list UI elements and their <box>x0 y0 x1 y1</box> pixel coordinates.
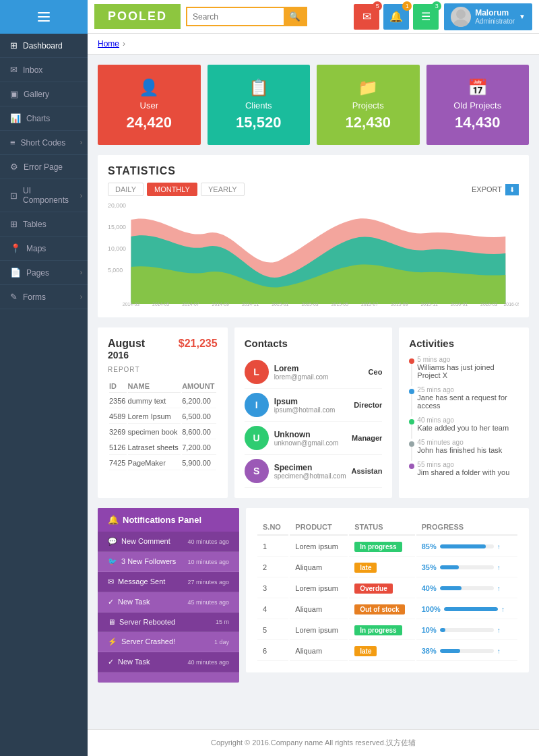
user-menu[interactable]: Malorum Administrator ▼ <box>444 3 532 30</box>
svg-rect-0 <box>38 12 50 13</box>
logo-button[interactable]: POOLED <box>94 4 181 29</box>
maps-icon: 📍 <box>10 243 21 253</box>
search-input[interactable] <box>187 8 284 25</box>
forms-icon: ✎ <box>10 292 18 302</box>
status-badge: late <box>354 563 377 573</box>
tasks-icon-button[interactable]: ☰ 3 <box>413 4 439 30</box>
svg-text:5,000: 5,000 <box>108 267 123 274</box>
sidebar-item-forms[interactable]: ✎ Forms › <box>0 285 88 309</box>
statistics-chart: 20,000 15,000 10,000 5,000 2014-03 2014-… <box>108 199 519 307</box>
sidebar-item-pages[interactable]: 📄 Pages › <box>0 261 88 285</box>
list-item: S Specimen specimen@hotmail.com Assistan <box>245 455 383 488</box>
sidebar-item-gallery[interactable]: ▣ Gallery <box>0 82 88 106</box>
table-row: 4589Lorem Ipsum6,500.00 <box>109 410 216 424</box>
contact-avatar: S <box>245 459 269 483</box>
sidebar-item-errorpage[interactable]: ⚙ Error Page <box>0 155 88 179</box>
notifications-list: 💬New Comment40 minutes ago🐦3 New Followe… <box>98 532 239 672</box>
list-item[interactable]: 💬New Comment40 minutes ago <box>98 532 239 552</box>
svg-text:2014-09: 2014-09 <box>212 302 229 307</box>
svg-text:2015-09: 2015-09 <box>391 302 408 307</box>
tab-yearly[interactable]: YEARLY <box>201 183 245 196</box>
sidebar-item-inbox[interactable]: ✉ Inbox <box>0 58 88 82</box>
table-row: 7425PageMaker5,900.00 <box>109 456 216 470</box>
list-item[interactable]: ⚡Server Crashed!1 day <box>98 632 239 652</box>
search-button[interactable]: 🔍 <box>284 8 306 25</box>
svg-rect-2 <box>38 20 50 22</box>
svg-text:2015-11: 2015-11 <box>421 302 438 307</box>
gallery-icon: ▣ <box>10 89 18 99</box>
tab-daily[interactable]: DAILY <box>108 183 144 196</box>
table-row: 2356dummy text6,200.00 <box>109 394 216 408</box>
progress-bar: 100% ↑ <box>422 605 512 613</box>
svg-text:2015-05: 2015-05 <box>331 302 348 307</box>
header-icons: ✉ 5 🔔 1 ☰ 3 <box>354 4 439 30</box>
report-header: August 2016 $21,235 <box>108 338 218 360</box>
svg-text:20,000: 20,000 <box>108 202 126 209</box>
user-details: Malorum Administrator <box>475 8 515 25</box>
list-item: 40 mins ago Kate added you to her team <box>409 416 519 432</box>
contacts-list: L Lorem lorem@gmail.com Ceo I Ipsum ipsu… <box>245 356 383 488</box>
charts-icon: 📊 <box>10 113 21 123</box>
chevron-right-icon-3: › <box>80 269 82 276</box>
progress-bar: 40% ↑ <box>422 584 512 592</box>
footer: Copyright © 2016.Company name All rights… <box>88 729 539 756</box>
header: POOLED 🔍 ✉ 5 🔔 1 ☰ 3 Malorum <box>88 0 539 34</box>
table-row: 2 Aliquam late 35% ↑ <box>257 558 517 577</box>
activities-list: 5 mins ago Williams has just joined Proj… <box>409 356 519 476</box>
sidebar-item-maps[interactable]: 📍 Maps <box>0 237 88 261</box>
stat-card-user: 👤 User 24,420 <box>98 65 201 145</box>
report-table: ID NAME AMOUNT 2356dummy text6,200.00458… <box>108 379 218 472</box>
table-row: 6 Aliquam late 38% ↑ <box>257 641 517 661</box>
progress-bar: 85% ↑ <box>422 542 512 550</box>
svg-text:2015-01: 2015-01 <box>272 302 288 307</box>
progress-bar: 10% ↑ <box>422 626 512 634</box>
sidebar-item-charts[interactable]: 📊 Charts <box>0 106 88 131</box>
list-item[interactable]: 🖥Server Rebooted15 m <box>98 612 239 632</box>
search-box: 🔍 <box>186 7 307 26</box>
clients-card-icon: 📋 <box>249 78 269 97</box>
list-item[interactable]: ✓New Task45 minutes ago <box>98 592 239 612</box>
list-item[interactable]: ✓New Task40 minutes ago <box>98 652 239 672</box>
svg-text:2016-03: 2016-03 <box>480 302 497 307</box>
bell-icon-button[interactable]: 🔔 1 <box>383 4 409 30</box>
breadcrumb-home[interactable]: Home <box>98 39 119 49</box>
svg-text:2016-05: 2016-05 <box>504 302 519 307</box>
sidebar-item-shortcodes[interactable]: ≡ Short Codes › <box>0 131 88 155</box>
breadcrumb: Home › <box>88 34 539 55</box>
svg-text:2015-03: 2015-03 <box>301 302 318 307</box>
tab-monthly[interactable]: MONTHLY <box>147 183 197 196</box>
bottom-row: August 2016 $21,235 REPORT ID NAME AMOUN… <box>98 327 529 498</box>
stat-card-old-projects: 📅 Old Projects 14,430 <box>426 65 530 145</box>
svg-rect-1 <box>38 16 50 18</box>
svg-text:2014-07: 2014-07 <box>182 302 199 307</box>
list-item[interactable]: ✉Message Sent27 minutes ago <box>98 572 239 592</box>
inbox-icon: ✉ <box>10 65 18 75</box>
list-item: 5 mins ago Williams has just joined Proj… <box>409 356 519 379</box>
status-badge: In progress <box>354 542 402 552</box>
table-row: 3 Lorem ipsum Overdue 40% ↑ <box>257 579 517 598</box>
svg-point-4 <box>453 20 468 27</box>
sidebar-item-dashboard[interactable]: ⊞ Dashboard <box>0 34 88 58</box>
mail-icon-button[interactable]: ✉ 5 <box>354 4 379 30</box>
projects-card-icon: 📁 <box>358 78 378 97</box>
table-row: 4 Aliquam Out of stock 100% ↑ <box>257 600 517 619</box>
chevron-right-icon-4: › <box>80 293 82 301</box>
bell-notif-icon: 🔔 <box>108 515 119 525</box>
sidebar-item-tables[interactable]: ⊞ Tables <box>0 212 88 237</box>
progress-bar: 35% ↑ <box>422 563 512 571</box>
activity-dot <box>409 389 414 394</box>
sidebar-item-uicomponents[interactable]: ⊡ UI Components › <box>0 179 88 212</box>
list-item[interactable]: 🐦3 New Followers10 minutes ago <box>98 552 239 572</box>
contact-avatar: I <box>245 393 269 417</box>
status-badge: Out of stock <box>354 604 404 615</box>
svg-text:2014-05: 2014-05 <box>152 302 169 307</box>
svg-text:2014-03: 2014-03 <box>123 302 139 307</box>
progress-bar: 38% ↑ <box>422 647 512 655</box>
list-item: L Lorem lorem@gmail.com Ceo <box>245 356 383 389</box>
export-button[interactable]: EXPORT ⬇ <box>472 184 519 195</box>
products-section: S.NO PRODUCT STATUS PROGRESS 1 Lorem ips… <box>246 508 529 672</box>
contact-avatar: U <box>245 426 269 450</box>
status-badge: In progress <box>354 625 402 635</box>
activity-dot <box>409 358 414 364</box>
bottom-two: 🔔 Notifications Panel 💬New Comment40 min… <box>98 508 529 683</box>
